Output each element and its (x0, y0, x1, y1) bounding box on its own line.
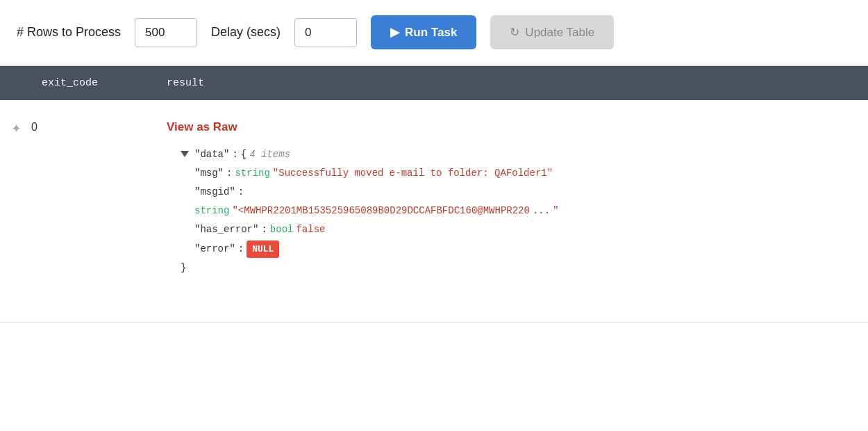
run-task-label: Run Task (405, 26, 457, 40)
table-row: ✦ 0 View as Raw "data" : { 4 items "msg"… (0, 100, 868, 323)
json-msgid-value-line: string "<MWHPR2201MB153525965089B0D29DCC… (167, 202, 868, 220)
json-data-key: "data" (194, 146, 229, 163)
json-data-line: "data" : { 4 items (167, 145, 868, 164)
update-table-button[interactable]: ↻ Update Table (490, 15, 614, 49)
play-icon: ▶ (390, 25, 399, 40)
rows-label: # Rows to Process (17, 25, 121, 40)
json-msg-line: "msg" : string "Successfully moved e-mai… (167, 164, 868, 183)
delay-label: Delay (secs) (211, 25, 281, 40)
json-close-bracket-line: } (167, 259, 868, 277)
result-cell: View as Raw "data" : { 4 items "msg" : s… (153, 114, 868, 277)
exit-code-cell: ✦ 0 (0, 114, 153, 136)
view-raw-link[interactable]: View as Raw (167, 117, 868, 138)
refresh-icon: ↻ (510, 25, 519, 40)
json-has-error-line: "has_error" : bool false (167, 220, 868, 239)
run-task-button[interactable]: ▶ Run Task (371, 15, 476, 49)
column-header-result: result (153, 77, 868, 89)
json-error-line: "error" : NULL (167, 240, 868, 259)
toolbar: # Rows to Process Delay (secs) ▶ Run Tas… (0, 0, 868, 66)
pin-icon[interactable]: ✦ (11, 120, 22, 136)
null-badge: NULL (247, 241, 279, 258)
json-data-count: 4 items (249, 146, 290, 163)
delay-input[interactable] (294, 18, 357, 47)
json-msgid-line: "msgid" : (167, 183, 868, 202)
rows-input[interactable] (135, 18, 197, 47)
table-header: exit_code result (0, 66, 868, 100)
column-header-exit-code: exit_code (0, 77, 153, 89)
update-table-label: Update Table (525, 26, 594, 40)
exit-code-value: 0 (31, 120, 37, 133)
collapse-icon[interactable] (181, 151, 189, 157)
dots-icon: ... (533, 202, 550, 220)
